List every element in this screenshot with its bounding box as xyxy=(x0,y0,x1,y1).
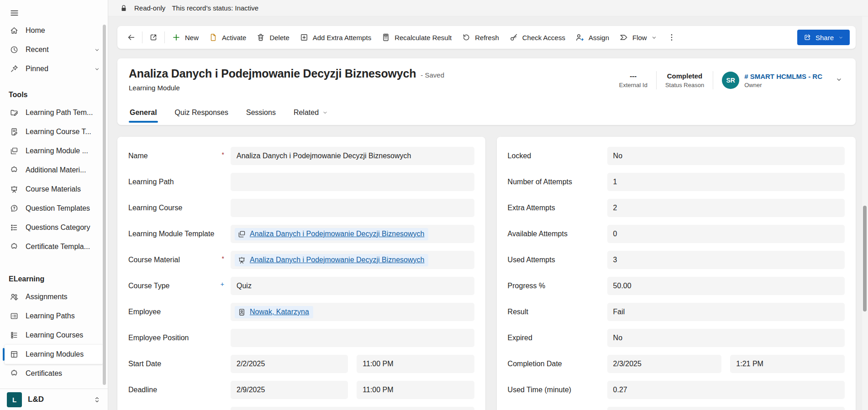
owner-link[interactable]: # SMART HCMLMS - RC xyxy=(744,73,822,80)
learning-course-input[interactable] xyxy=(231,199,474,217)
left-extra-input[interactable] xyxy=(231,407,474,410)
sidebar-item-certificates[interactable]: Certificates xyxy=(0,364,108,383)
sidebar-item-home[interactable]: Home xyxy=(0,21,108,40)
employee-link[interactable]: Nowak, Katarzyna xyxy=(250,308,309,316)
field-label: Learning Module Template xyxy=(128,230,231,238)
available-attempts-input[interactable]: 0 xyxy=(607,225,845,243)
sidebar-item-label: Learning Course T... xyxy=(26,128,91,136)
sidebar-item-additional-materi[interactable]: Additional Materi... xyxy=(0,161,108,180)
overflow-button[interactable] xyxy=(663,29,681,46)
field-label: Course Type+ xyxy=(128,282,231,290)
area-switcher[interactable]: L L&D xyxy=(0,389,108,410)
app-root: HomeRecentPinnedToolsLearning Path Tem..… xyxy=(0,0,868,410)
sidebar-item-learning-courses[interactable]: Learning Courses xyxy=(0,326,108,345)
plus-icon xyxy=(172,33,181,42)
form-field-row: Progress %50.00 xyxy=(508,277,845,295)
refresh-button[interactable]: Refresh xyxy=(457,29,504,46)
sidebar-item-learning-paths[interactable]: Learning Paths xyxy=(0,306,108,326)
back-button[interactable] xyxy=(122,29,140,46)
field-value: No xyxy=(607,147,845,165)
puzzle-icon xyxy=(10,369,19,378)
activate-button[interactable]: Activate xyxy=(204,29,251,46)
recalculate-result-button[interactable]: Recalculate Result xyxy=(376,29,457,46)
form-card-right: LockedNoNumber of Attempts1Extra Attempt… xyxy=(497,137,856,410)
windows-overlap-icon xyxy=(10,146,19,156)
assign-button[interactable]: Assign xyxy=(570,29,614,46)
course-material-link[interactable]: Analiza Danych i Podejmowanie Decyzji Bi… xyxy=(250,256,424,264)
deadline-time-input[interactable]: 11:00 PM xyxy=(357,381,474,399)
page-scrollbar-track[interactable] xyxy=(862,16,868,410)
share-button[interactable]: Share xyxy=(797,30,850,45)
new-button[interactable]: New xyxy=(167,29,204,46)
field-value: No xyxy=(607,329,845,347)
learning-module-template-link[interactable]: Analiza Danych i Podejmowanie Decyzji Bi… xyxy=(250,230,424,238)
sidebar-item-learning-modules[interactable]: Learning Modules xyxy=(5,345,103,364)
start-date-date-input[interactable]: 2/2/2025 xyxy=(231,355,348,373)
sidebar-item-learning-path-tem[interactable]: Learning Path Tem... xyxy=(0,103,108,122)
learning-module-template-lookup-pill: Analiza Danych i Podejmowanie Decyzji Bi… xyxy=(235,228,428,240)
learning-module-template-input[interactable]: Analiza Danych i Podejmowanie Decyzji Bi… xyxy=(231,225,474,243)
hamburger-menu-button[interactable] xyxy=(6,5,22,21)
page-scrollbar-thumb[interactable] xyxy=(863,206,867,311)
sidebar-item-assignments[interactable]: Assignments xyxy=(0,287,108,306)
sidebar-scrollbar[interactable] xyxy=(103,25,106,385)
tab-label: General xyxy=(130,109,157,117)
field-label: Deadline xyxy=(128,386,231,394)
field-label: Expired xyxy=(508,334,607,342)
trash-icon xyxy=(256,33,265,42)
course-material-input[interactable]: Analiza Danych i Podejmowanie Decyzji Bi… xyxy=(231,251,474,269)
field-text-value: Analiza Danych i Podejmowanie Decyzji Bi… xyxy=(237,152,411,160)
deadline-date-input[interactable]: 2/9/2025 xyxy=(231,381,348,399)
sidebar-item-learning-module[interactable]: Learning Module ... xyxy=(0,141,108,161)
field-value: 0 xyxy=(607,225,845,243)
check-access-button[interactable]: Check Access xyxy=(504,29,570,46)
add-extra-attempts-button[interactable]: Add Extra Attempts xyxy=(295,29,376,46)
sidebar-item-question-templates[interactable]: Question Templates xyxy=(0,199,108,218)
entity-type-label: Learning Module xyxy=(129,84,444,92)
save-status: - Saved xyxy=(421,71,444,79)
tab-quiz-responses[interactable]: Quiz Responses xyxy=(174,109,229,125)
sidebar-item-pinned[interactable]: Pinned xyxy=(0,59,108,78)
form-field-row: Used Attempts3 xyxy=(508,251,845,269)
completion-date-date-input[interactable]: 2/3/2025 xyxy=(607,355,722,373)
command-bar-divider xyxy=(164,31,165,43)
sidebar-item-certificate-templa[interactable]: Certificate Templa... xyxy=(0,237,108,256)
completion-date-time-input[interactable]: 1:21 PM xyxy=(730,355,845,373)
tab-sessions[interactable]: Sessions xyxy=(245,109,277,125)
employee-lookup-pill: Nowak, Katarzyna xyxy=(235,306,313,318)
tab-general[interactable]: General xyxy=(129,109,158,125)
open-in-new-icon xyxy=(149,33,158,42)
learning-path-input[interactable] xyxy=(231,173,474,191)
number-of-attempts-input[interactable]: 1 xyxy=(607,173,845,191)
flow-button[interactable]: Flow xyxy=(614,29,663,46)
extra-attempts-input[interactable]: 2 xyxy=(607,199,845,217)
sidebar-item-questions-category[interactable]: Questions Category xyxy=(0,218,108,237)
result-input[interactable]: Fail xyxy=(607,303,845,321)
progress-input[interactable]: 50.00 xyxy=(607,277,845,295)
collapse-header-button[interactable] xyxy=(833,75,844,86)
right-extra-input[interactable] xyxy=(607,407,845,410)
used-time-minute-input[interactable]: 0.27 xyxy=(607,381,845,399)
field-value xyxy=(231,407,474,410)
puzzle-icon xyxy=(10,166,19,175)
expired-input[interactable]: No xyxy=(607,329,845,347)
record-header-top: Analiza Danych i Podejmowanie Decyzji Bi… xyxy=(129,58,844,92)
sidebar-item-label: Learning Paths xyxy=(26,312,75,320)
start-date-time-input[interactable]: 11:00 PM xyxy=(357,355,474,373)
employee-input[interactable]: Nowak, Katarzyna xyxy=(231,303,474,321)
sidebar-item-recent[interactable]: Recent xyxy=(0,40,108,59)
course-type-input[interactable]: Quiz xyxy=(231,277,474,295)
popout-button[interactable] xyxy=(144,29,163,46)
field-label: Result xyxy=(508,308,607,316)
name-input[interactable]: Analiza Danych i Podejmowanie Decyzji Bi… xyxy=(231,147,474,165)
sidebar-item-label: Questions Category xyxy=(26,223,90,232)
employee-position-input[interactable] xyxy=(231,329,474,347)
delete-button[interactable]: Delete xyxy=(251,29,294,46)
used-attempts-input[interactable]: 3 xyxy=(607,251,845,269)
sidebar-item-learning-course-t[interactable]: Learning Course T... xyxy=(0,122,108,141)
tab-related[interactable]: Related xyxy=(293,109,329,125)
sidebar-item-course-materials[interactable]: Course Materials xyxy=(0,180,108,199)
sidebar-section-title: Tools xyxy=(0,87,108,103)
locked-input[interactable]: No xyxy=(607,147,845,165)
field-label-text: Used Time (minute) xyxy=(508,386,572,394)
